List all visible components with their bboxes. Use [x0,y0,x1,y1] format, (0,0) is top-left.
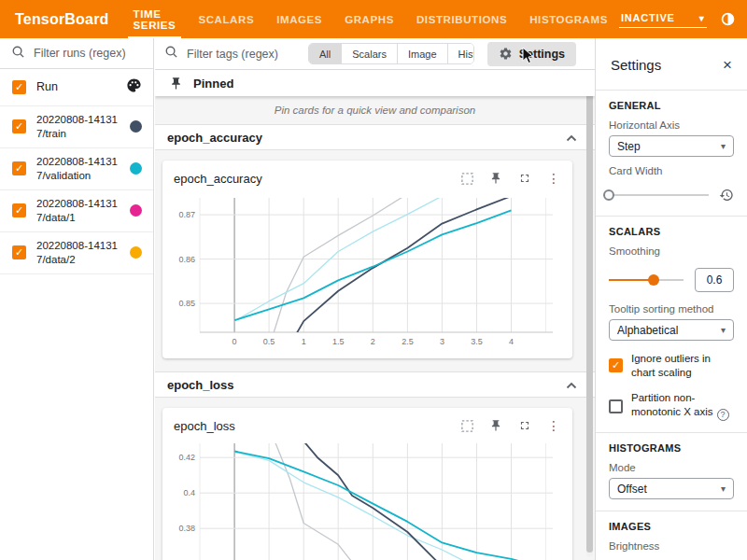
settings-panel: Settings × GENERAL Horizontal Axis Step … [595,38,747,560]
svg-text:1.5: 1.5 [332,337,345,346]
svg-text:0.42: 0.42 [178,453,195,462]
scalar-card-epoch-accuracy: epoch_accuracy ⋮ 0.850.860.8700.511.522.… [162,161,572,358]
theme-toggle-icon[interactable] [720,11,737,28]
settings-images-section: IMAGES Brightness Contrast ✓ [596,511,747,560]
svg-text:0.85: 0.85 [178,299,195,308]
checkbox[interactable]: ✓ [609,399,623,413]
card-width-slider[interactable] [609,194,709,196]
smoothing-slider[interactable] [609,279,684,281]
svg-text:3: 3 [440,337,444,346]
run-checkbox[interactable]: ✓ [12,203,26,217]
tensorboard-app: TensorBoard TIME SERIES SCALARS IMAGES G… [0,0,747,560]
chevron-down-icon: ▾ [721,141,726,151]
card-actions: ⋮ [459,418,561,433]
tags-filter-input[interactable] [187,48,308,61]
fullscreen-icon[interactable] [517,171,532,186]
run-checkbox[interactable]: ✓ [12,119,26,133]
fullscreen-icon[interactable] [517,418,532,433]
tab-distributions[interactable]: DISTRIBUTIONS [405,0,518,38]
filter-histogram-button[interactable]: Histogram [447,44,474,63]
app-header: TensorBoard TIME SERIES SCALARS IMAGES G… [0,0,747,38]
tab-scalars[interactable]: SCALARS [187,0,265,38]
main-content: All Scalars Image Histogram Settings Pin… [155,38,595,560]
header-actions: INACTIVE ▾ ? [619,10,747,28]
run-color-dot[interactable] [130,204,142,217]
checkbox[interactable]: ✓ [609,358,623,372]
card-header: epoch_accuracy ⋮ [174,168,561,189]
pin-hint-text: Pin cards for a quick view and compariso… [155,96,595,124]
filter-image-button[interactable]: Image [397,44,447,63]
svg-text:0.4: 0.4 [183,488,195,497]
run-checkbox[interactable]: ✓ [12,245,26,259]
gear-icon [499,47,513,61]
more-vert-icon[interactable]: ⋮ [546,418,561,433]
run-color-dot[interactable] [130,246,142,259]
run-row-train[interactable]: ✓ 20220808-141317/train [0,106,153,148]
palette-icon[interactable] [126,77,142,97]
help-icon[interactable]: ? [717,409,729,421]
run-row-data-1[interactable]: ✓ 20220808-141317/data/1 [0,190,153,232]
svg-text:2: 2 [371,337,375,346]
run-color-dot[interactable] [130,120,142,133]
run-checkbox[interactable]: ✓ [12,161,26,175]
search-icon [164,45,178,63]
close-icon[interactable]: × [723,57,732,73]
svg-text:0.5: 0.5 [263,337,275,346]
more-vert-icon[interactable]: ⋮ [546,171,561,186]
svg-text:0.38: 0.38 [178,524,195,533]
run-row-validation[interactable]: ✓ 20220808-141317/validation [0,148,153,190]
epoch-loss-chart[interactable]: 0.360.380.40.42 [174,440,558,560]
run-checkbox[interactable]: ✓ [12,80,26,94]
svg-text:0.87: 0.87 [178,210,195,219]
runs-sidebar: ✓ Run ✓ 20220808-141317/train ✓ 20220808… [0,38,154,560]
tags-toolbar: All Scalars Image Histogram Settings [155,38,595,70]
chevron-up-icon[interactable] [566,376,577,393]
pin-icon [169,77,183,91]
smoothing-input[interactable] [695,268,734,292]
pinned-section-header: Pinned [155,70,595,96]
tab-images[interactable]: IMAGES [265,0,333,38]
svg-text:4: 4 [509,337,514,346]
settings-general-section: GENERAL Horizontal Axis Step ▾ Card Widt… [596,91,747,216]
chevron-up-icon[interactable] [566,129,577,146]
pin-icon[interactable] [488,418,503,433]
runs-filter-input[interactable] [34,47,136,60]
reload-status-select[interactable]: INACTIVE ▾ [619,10,707,28]
ignore-outliers-checkbox-row[interactable]: ✓ Ignore outliers in chart scaling [609,352,734,380]
run-row-data-2[interactable]: ✓ 20220808-141317/data/2 [0,232,153,274]
settings-scalars-section: SCALARS Smoothing Tooltip sorting method… [596,217,747,432]
card-header: epoch_loss ⋮ [174,415,561,436]
runs-filter [0,38,153,69]
svg-text:0: 0 [233,337,237,346]
main-scrollbar[interactable] [586,72,593,557]
filter-all-button[interactable]: All [309,44,341,63]
tab-histograms[interactable]: HISTOGRAMS [518,0,619,38]
marquee-zoom-icon[interactable] [459,171,474,186]
pin-icon[interactable] [488,171,503,186]
settings-panel-header: Settings × [596,38,747,90]
run-color-dot[interactable] [130,162,142,175]
svg-text:0.86: 0.86 [178,255,195,264]
partition-x-checkbox-row[interactable]: ✓ Partition non-monotonic X axis? [609,391,734,421]
app-logo: TensorBoard [0,11,122,28]
reset-icon[interactable] [718,188,734,203]
filter-scalars-button[interactable]: Scalars [341,44,397,63]
horizontal-axis-select[interactable]: Step ▾ [609,135,734,157]
section-epoch-accuracy[interactable]: epoch_accuracy [155,124,595,150]
settings-button[interactable]: Settings [487,42,576,66]
section-epoch-loss[interactable]: epoch_loss [155,371,595,398]
tab-graphs[interactable]: GRAPHS [333,0,405,38]
nav-tabs: TIME SERIES SCALARS IMAGES GRAPHS DISTRI… [122,0,619,38]
tooltip-sorting-select[interactable]: Alphabetical ▾ [609,319,734,341]
svg-text:2.5: 2.5 [402,337,414,346]
marquee-zoom-icon[interactable] [459,418,474,433]
scalar-card-epoch-loss: epoch_loss ⋮ 0.360.380.40.42 [162,408,572,560]
chevron-down-icon: ▾ [699,13,705,23]
svg-text:1: 1 [302,337,306,346]
runs-header-row: ✓ Run [0,69,153,106]
svg-text:3.5: 3.5 [471,337,483,346]
histogram-mode-select[interactable]: Offset ▾ [609,478,734,499]
search-icon [11,45,25,63]
epoch-accuracy-chart[interactable]: 0.850.860.8700.511.522.533.54 [174,192,558,349]
tab-time-series[interactable]: TIME SERIES [122,0,188,38]
